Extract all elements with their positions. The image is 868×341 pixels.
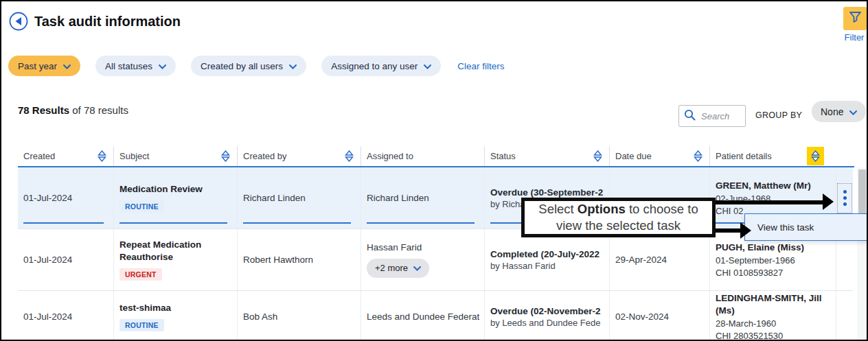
cell-assigned-to: Leeds and Dundee Federat [361, 291, 485, 341]
sort-icon[interactable] [345, 150, 354, 162]
table-row[interactable]: 01-Jul-2024 Repeat Medication Reauthoris… [18, 228, 853, 290]
column-label: Patient details [716, 151, 772, 161]
priority-badge: ROUTINE [119, 200, 164, 213]
filter-button-label[interactable]: Filter [839, 32, 868, 43]
cell-assigned-to: Hassan Farid +2 more [361, 229, 485, 290]
chevron-down-icon [849, 106, 857, 117]
cell-subject: test-shimaa ROUTINE [114, 291, 238, 341]
pill-label: Created by all users [201, 61, 283, 71]
status-text: Overdue (02-November-2 [490, 306, 609, 316]
pill-label: Past year [18, 61, 57, 71]
sort-icon-highlighted[interactable] [807, 147, 824, 165]
column-label: Status [490, 151, 516, 161]
cell-subject: Repeat Medication Reauthorise URGENT [114, 229, 238, 290]
status-by: by Hassan Farid [490, 261, 609, 271]
cell-patient-details: LEDINGHAM-SMITH, Jill (Ms) 28-March-1960… [710, 291, 853, 341]
cell-date-due: 02-Nov-2024 [610, 291, 710, 341]
sort-icon[interactable] [221, 150, 230, 162]
filter-button[interactable] [843, 7, 867, 30]
table-row[interactable]: 01-Jul-2024 Medication Review ROUTINE Ri… [18, 167, 853, 228]
group-by-label: GROUP BY [755, 110, 802, 120]
annotation-callout: Select Options to choose to view the sel… [521, 198, 716, 237]
ellipsis-dot [843, 190, 847, 193]
subject-text: Repeat Medication Reauthorise [119, 239, 237, 263]
back-button[interactable] [9, 12, 28, 31]
assigned-to-name: Richard Linden [367, 193, 484, 203]
page-title: Task audit information [34, 14, 181, 30]
date-due: 02-Nov-2024 [615, 311, 709, 322]
patient-name: PUGH, Elaine (Miss) [716, 242, 836, 254]
menu-item-view-this-task[interactable]: View this task [757, 222, 814, 233]
column-header-status[interactable]: Status [485, 146, 610, 166]
patient-name: GREEN, Matthew (Mr) [716, 180, 836, 192]
patient-name: LEDINGHAM-SMITH, Jill (Ms) [716, 292, 836, 316]
chevron-down-icon [413, 263, 421, 273]
cell-created-by: Robert Hawthorn [238, 229, 361, 290]
options-menu: View this task [744, 213, 868, 241]
created-date: 01-Jul-2024 [23, 311, 113, 322]
ellipsis-dot [843, 196, 847, 200]
search-input[interactable] [700, 110, 740, 122]
column-label: Created by [243, 151, 287, 161]
patient-dob: 28-March-1960 [716, 318, 836, 329]
table-body: 01-Jul-2024 Medication Review ROUTINE Ri… [18, 167, 853, 341]
patient-chi: CHI 2803521530 [716, 331, 836, 341]
pill-label: All statuses [105, 61, 152, 71]
patient-chi: CHI 0108593827 [716, 268, 836, 278]
column-header-created[interactable]: Created [18, 146, 114, 166]
cell-created-by: Richard Linden [238, 167, 361, 228]
search-icon [684, 109, 696, 124]
chevron-down-icon [289, 61, 297, 71]
column-header-subject[interactable]: Subject [114, 146, 238, 166]
cell-status: Overdue (02-November-2 by Leeds and Dund… [485, 291, 610, 341]
table-header: Created Subject Created by Assigned to S… [18, 146, 853, 166]
cell-created-by: Bob Ash [238, 291, 361, 341]
annotation-text: Select Options to choose to view the sel… [527, 201, 709, 233]
cell-created: 01-Jul-2024 [18, 167, 114, 228]
options-cell [836, 291, 853, 341]
table-row[interactable]: 01-Jul-2024 test-shimaa ROUTINE Bob Ash … [18, 290, 853, 341]
status-by: by Leeds and Dundee Fede [490, 318, 609, 328]
date-due: 29-Apr-2024 [615, 255, 709, 265]
assigned-to-name: Leeds and Dundee Federat [367, 311, 484, 322]
results-count-bold: 78 Results [18, 104, 69, 116]
sort-icon[interactable] [98, 150, 106, 162]
ellipsis-dot [843, 202, 847, 206]
filter-pill-past-year[interactable]: Past year [8, 56, 80, 76]
column-label: Created [23, 151, 55, 161]
search-box[interactable] [678, 105, 746, 127]
column-header-created-by[interactable]: Created by [238, 146, 361, 166]
priority-badge: URGENT [119, 268, 162, 281]
chevron-down-icon [159, 61, 166, 71]
filter-pill-statuses[interactable]: All statuses [95, 56, 176, 76]
chevron-down-icon [424, 61, 431, 71]
sort-icon[interactable] [694, 150, 703, 162]
cell-date-due: 29-Apr-2024 [610, 229, 710, 290]
group-by-dropdown[interactable]: None [812, 101, 866, 122]
chevron-down-icon [63, 61, 71, 71]
cell-created: 01-Jul-2024 [18, 291, 114, 341]
assigned-more-dropdown[interactable]: +2 more [367, 259, 429, 278]
created-date: 01-Jul-2024 [23, 255, 113, 265]
status-text: Overdue (30-September-2 [490, 187, 609, 198]
cell-subject: Medication Review ROUTINE [114, 167, 238, 228]
column-header-assigned-to[interactable]: Assigned to [361, 146, 485, 166]
cell-status: Completed (20-July-2022 by Hassan Farid [485, 229, 610, 290]
annotation-arrowhead-to-menu [740, 222, 751, 239]
filter-pill-created-by[interactable]: Created by all users [191, 56, 306, 76]
options-ellipsis-button[interactable] [837, 183, 852, 213]
clear-filters-link[interactable]: Clear filters [457, 61, 504, 71]
filter-pill-assigned-to[interactable]: Assigned to any user [321, 56, 441, 76]
group-by-value: None [821, 106, 843, 117]
cell-created: 01-Jul-2024 [18, 229, 114, 290]
created-date: 01-Jul-2024 [23, 193, 113, 203]
pill-label: Assigned to any user [331, 61, 418, 71]
column-header-patient-details[interactable]: Patient details [710, 146, 853, 166]
assigned-to-name: Hassan Farid [367, 242, 484, 252]
assigned-more-label: +2 more [375, 263, 408, 273]
column-header-date-due[interactable]: Date due [610, 146, 710, 166]
status-text: Completed (20-July-2022 [490, 249, 609, 259]
results-count: 78 Results of 78 results [18, 104, 128, 116]
sort-icon[interactable] [593, 150, 602, 162]
subject-text: test-shimaa [119, 302, 237, 314]
